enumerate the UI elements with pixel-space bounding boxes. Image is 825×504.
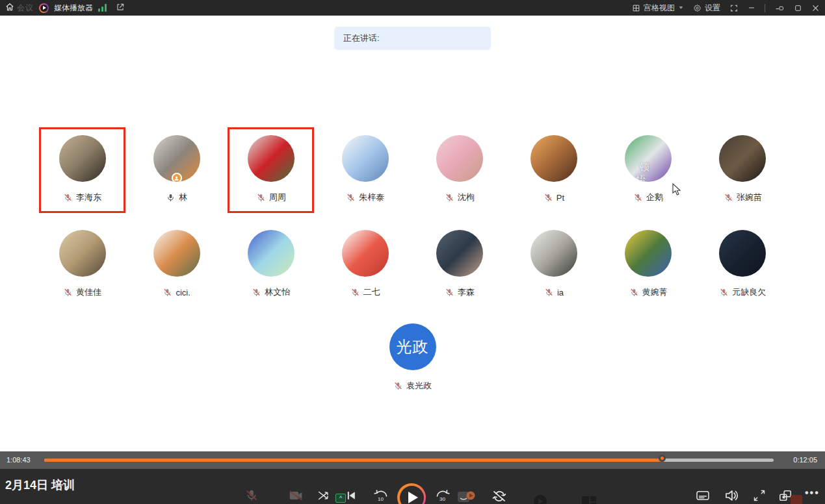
app-title: 媒体播放器	[54, 3, 93, 14]
participant-tile[interactable]: 李海东	[35, 129, 129, 213]
avatar-overlay-text: 顿悟	[625, 161, 672, 182]
previous-icon[interactable]	[345, 489, 358, 502]
participant-avatar	[342, 135, 389, 182]
participant-tile[interactable]: 林文怡	[224, 223, 318, 308]
participant-name: 二七	[363, 286, 380, 298]
participant-name: 林文怡	[265, 286, 290, 298]
underlying-red-icon	[791, 495, 802, 504]
participant-name-row: cici.	[163, 286, 190, 298]
participant-name: 企鹅	[646, 192, 663, 203]
speaking-label: 正在讲话:	[343, 32, 380, 44]
play-button[interactable]	[397, 483, 426, 504]
grid-view-button[interactable]: 宫格视图 ▼	[632, 3, 684, 14]
mic-muted-icon	[256, 193, 266, 203]
captions-icon[interactable]	[696, 490, 710, 501]
svg-text:10: 10	[378, 496, 384, 502]
open-external-icon[interactable]	[116, 3, 125, 14]
participant-name: 黄婉菁	[642, 286, 668, 298]
shuffle-icon[interactable]	[316, 488, 332, 503]
share-play-icon[interactable]	[456, 490, 476, 504]
remaining-time: 0:12:05	[793, 456, 817, 464]
rewind-10-icon[interactable]: 10	[373, 488, 389, 504]
participant-tile[interactable]: ia	[506, 223, 601, 308]
maximize-icon[interactable]	[794, 4, 802, 12]
mic-muted-icon	[63, 288, 73, 297]
participant-avatar	[436, 135, 483, 182]
participant-name-row: 林	[166, 192, 187, 203]
participant-name: 林	[179, 192, 187, 203]
participant-name: 元缺良欠	[732, 286, 766, 298]
close-icon[interactable]	[811, 4, 820, 12]
collapse-icon[interactable]	[748, 4, 755, 12]
grid-row-1: 李海东 林	[35, 129, 790, 213]
seek-knob[interactable]	[659, 455, 666, 462]
participant-tile[interactable]: Pt	[506, 129, 601, 213]
participant-name-row: 二七	[350, 286, 380, 298]
participant-avatar: 顿悟	[625, 135, 672, 182]
forward-30-icon[interactable]: 30	[435, 488, 451, 504]
minimize-icon[interactable]	[774, 4, 785, 12]
participant-tile[interactable]: 朱梓泰	[318, 129, 412, 213]
member-badge-icon	[172, 173, 182, 182]
fullscreen-brackets-icon[interactable]	[729, 4, 739, 12]
participant-tile[interactable]: 林	[129, 129, 224, 213]
mic-muted-icon	[252, 288, 261, 297]
participant-name-row: Pt	[543, 192, 564, 203]
volume-icon[interactable]	[724, 489, 740, 502]
mic-muted-icon	[544, 288, 554, 297]
participant-name-row: 沈栒	[445, 192, 475, 203]
mic-muted-icon	[393, 381, 403, 391]
mic-muted-icon	[346, 193, 356, 203]
mic-muted-icon	[445, 288, 454, 297]
participant-tile[interactable]: 周周	[224, 129, 318, 213]
participant-tile[interactable]: 沈栒	[412, 129, 506, 213]
participant-avatar	[59, 135, 106, 182]
participant-name-row: 李海东	[63, 192, 101, 203]
participant-avatar	[436, 230, 483, 277]
mic-muted-icon	[163, 288, 172, 297]
participant-tile[interactable]: cici.	[129, 223, 224, 308]
participant-tile[interactable]: 黄婉菁	[601, 223, 696, 308]
participant-avatar	[530, 135, 577, 182]
participant-name-row: 企鹅	[633, 192, 663, 203]
participant-avatar	[342, 230, 389, 277]
participant-tile[interactable]: 二七	[318, 223, 412, 308]
recording-title: 2月14日 培训	[5, 477, 75, 493]
participant-tile[interactable]: 顿悟 企鹅	[601, 129, 696, 213]
participant-name-row: 周周	[256, 192, 286, 203]
mic-muted-icon	[629, 288, 639, 297]
mic-muted-icon	[63, 193, 73, 203]
seek-bar-fill	[44, 459, 664, 462]
participant-name: 李海东	[76, 192, 101, 203]
more-icon[interactable]: •••	[805, 487, 820, 499]
participant-tile[interactable]: 李森	[412, 223, 506, 308]
settings-label: 设置	[705, 3, 720, 14]
participant-avatar: 光政	[389, 323, 436, 370]
window-divider	[765, 4, 765, 12]
participant-avatar	[530, 230, 577, 277]
participant-name: 黄佳佳	[76, 286, 101, 298]
mic-muted-icon	[543, 193, 553, 203]
grid-row-3: 光政 袁光政	[35, 317, 790, 401]
expand-icon[interactable]	[753, 489, 766, 502]
participant-tile[interactable]: 元缺良欠	[696, 223, 790, 308]
participant-tile[interactable]: 张婉苗	[696, 129, 790, 213]
mic-muted-icon	[724, 193, 733, 203]
titlebar: 会议 媒体播放器 宫格视图 ▼ 设置	[0, 0, 825, 16]
participant-avatar	[248, 230, 295, 277]
home-icon[interactable]	[5, 3, 14, 14]
seek-bar[interactable]	[44, 459, 774, 462]
settings-button[interactable]: 设置	[693, 3, 720, 14]
participant-tile[interactable]: 光政 袁光政	[365, 317, 460, 401]
grid-view-label: 宫格视图	[644, 3, 675, 14]
layout-icon	[581, 495, 597, 504]
participant-avatar	[153, 230, 200, 277]
loop-off-icon[interactable]	[491, 488, 507, 504]
participant-name: cici.	[176, 288, 190, 297]
participant-avatar	[719, 135, 766, 182]
player-logo-icon	[39, 3, 49, 13]
progress-strip: 1:08:43 0:12:05	[0, 451, 825, 469]
control-bar: 2月14日 培训 ^ 10 30 •••	[0, 469, 825, 504]
participant-tile[interactable]: 黄佳佳	[35, 223, 129, 308]
elapsed-time: 1:08:43	[7, 456, 31, 464]
